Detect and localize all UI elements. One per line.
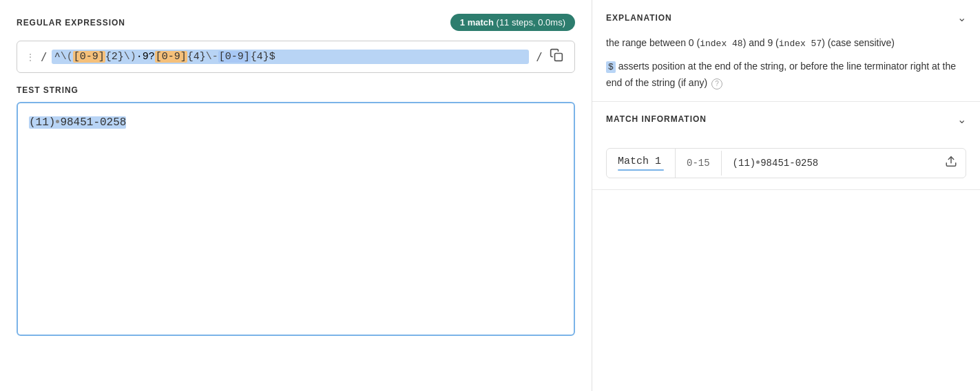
regex-quant-2: {4} <box>187 51 206 63</box>
regex-class-2: [0-9] <box>155 51 187 63</box>
match-underline <box>618 169 664 171</box>
regex-label: REGULAR EXPRESSION <box>17 18 125 28</box>
match-badge: 1 match (11 steps, 0.0ms) <box>450 14 575 31</box>
match-info-header[interactable]: MATCH INFORMATION ⌄ <box>592 102 980 137</box>
regex-content[interactable]: ^ \( [0-9] {2} \) · 9? [0-9] {4} \- [0-9… <box>52 50 530 64</box>
regex-dot-literal: · <box>136 51 143 63</box>
copy-button[interactable] <box>547 47 566 67</box>
dot-separator <box>56 120 59 123</box>
match-row: Match 1 0-15 (11)98451-0258 <box>606 148 966 178</box>
regex-backslash-dash: \- <box>206 51 218 63</box>
explanation-text-2: $ asserts position at the end of the str… <box>606 59 966 90</box>
match-info-title: MATCH INFORMATION <box>606 114 707 124</box>
regex-nine-opt: 9? <box>143 51 155 63</box>
match-dot <box>756 160 760 164</box>
explanation-header[interactable]: EXPLANATION ⌄ <box>592 0 980 35</box>
test-string-content[interactable]: (11)98451-0258 <box>29 114 563 132</box>
right-panel: EXPLANATION ⌄ the range between 0 (index… <box>592 0 980 391</box>
regex-section-header: REGULAR EXPRESSION 1 match (11 steps, 0.… <box>17 14 575 31</box>
regex-caret: ^ <box>54 51 61 63</box>
help-icon[interactable]: ? <box>711 78 722 89</box>
match-value-cell: (11)98451-0258 <box>722 151 966 176</box>
match-info-chevron-icon: ⌄ <box>957 113 966 126</box>
left-panel: REGULAR EXPRESSION 1 match (11 steps, 0.… <box>0 0 592 391</box>
match-value-rest: 98451-0258 <box>760 158 818 169</box>
regex-quant-3: {4} <box>251 51 269 63</box>
test-string-box[interactable]: (11)98451-0258 <box>17 102 575 336</box>
match-info-body: Match 1 0-15 (11)98451-0258 <box>592 137 980 189</box>
regex-class-1: [0-9] <box>73 51 105 63</box>
test-string-label: TEST STRING <box>17 85 575 95</box>
match-export-button[interactable] <box>942 152 960 173</box>
expl-index-1: index 48 <box>700 39 742 49</box>
explanation-chevron-icon: ⌄ <box>957 11 966 24</box>
match-count: 1 match <box>460 17 494 28</box>
expl-index-2: index 57 <box>779 39 822 49</box>
match-label-cell: Match 1 <box>607 149 676 178</box>
explanation-section: EXPLANATION ⌄ the range between 0 (index… <box>592 0 980 102</box>
regex-slash-open: / <box>41 50 48 63</box>
regex-dollar: $ <box>269 51 275 63</box>
explanation-text-1: the range between 0 (index 48) and 9 (in… <box>606 35 966 52</box>
svg-rect-0 <box>555 54 563 61</box>
match-value-open-paren: (11) <box>733 158 756 169</box>
regex-class-3: [0-9] <box>218 51 251 63</box>
match-label-text: Match 1 <box>618 156 664 167</box>
regex-input-row: ⋮ / ^ \( [0-9] {2} \) · 9? [0-9] {4} \- … <box>17 41 575 73</box>
explanation-title: EXPLANATION <box>606 13 672 23</box>
expl-dollar: $ <box>606 61 616 73</box>
match-info-section: MATCH INFORMATION ⌄ Match 1 0-15 (11)984… <box>592 102 980 190</box>
match-detail: (11 steps, 0.0ms) <box>497 17 565 28</box>
explanation-body: the range between 0 (index 48) and 9 (in… <box>592 35 980 101</box>
regex-quant-1: {2} <box>105 51 124 63</box>
regex-backslash-paren-close: \) <box>124 51 136 63</box>
drag-handle-icon[interactable]: ⋮ <box>25 52 35 63</box>
regex-slash-close: / <box>536 50 543 63</box>
match-highlight: (11)98451-0258 <box>29 116 126 129</box>
match-range-cell: 0-15 <box>676 151 722 176</box>
regex-backslash-paren-open: \( <box>61 51 73 63</box>
